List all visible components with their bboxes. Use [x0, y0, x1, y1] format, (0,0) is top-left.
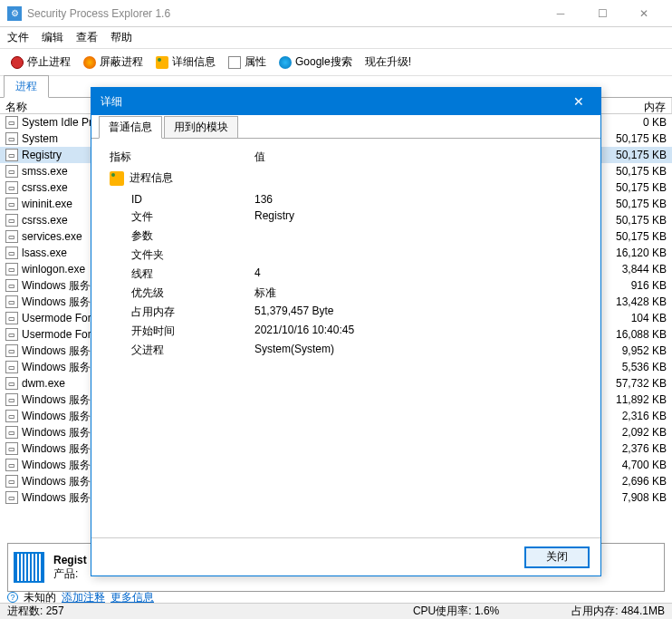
detail-row: 参数: [110, 227, 582, 246]
row-icon: ▭: [5, 132, 18, 145]
minimize-button[interactable]: ─: [540, 0, 581, 27]
row-icon: ▭: [5, 116, 18, 129]
detail-key: 开始时间: [131, 324, 254, 339]
dialog-titlebar[interactable]: 详细 ✕: [91, 88, 600, 115]
ie-icon: [279, 56, 292, 69]
row-memory: 4,700 KB: [622, 459, 667, 471]
detail-key: 优先级: [131, 285, 254, 301]
detail-value: 标准: [254, 285, 276, 301]
block-icon: [83, 56, 96, 69]
row-memory: 2,376 KB: [622, 442, 667, 455]
section-icon: [110, 171, 124, 186]
row-memory: 50,175 KB: [616, 181, 667, 194]
statusbar: 进程数: 257 CPU使用率: 1.6% 占用内存: 484.1MB: [0, 603, 672, 619]
detail-value: 51,379,457 Byte: [254, 305, 333, 320]
dialog-close-button[interactable]: ✕: [566, 89, 591, 114]
row-icon: ▭: [5, 263, 18, 276]
block-process-button[interactable]: 屏蔽进程: [80, 53, 147, 72]
close-button[interactable]: ✕: [623, 0, 665, 27]
row-icon: ▭: [5, 214, 18, 227]
app-title: Security Process Explorer 1.6: [27, 7, 540, 20]
properties-button[interactable]: 属性: [225, 53, 270, 72]
detail-row: 占用内存51,379,457 Byte: [110, 303, 582, 322]
row-icon: ▭: [5, 442, 18, 455]
row-memory: 2,696 KB: [622, 475, 667, 488]
detail-button[interactable]: 详细信息: [152, 53, 219, 72]
row-icon: ▭: [5, 295, 18, 308]
detail-key: ID: [131, 193, 254, 206]
row-memory: 50,175 KB: [616, 165, 667, 178]
menu-view[interactable]: 查看: [76, 30, 98, 45]
row-icon: ▭: [5, 181, 18, 194]
detail-key: 参数: [131, 228, 254, 244]
row-icon: ▭: [5, 328, 18, 341]
row-memory: 104 KB: [631, 312, 667, 324]
detail-key: 文件夹: [131, 247, 254, 263]
row-memory: 916 KB: [631, 279, 667, 292]
row-icon: ▭: [5, 361, 18, 373]
row-memory: 50,175 KB: [616, 198, 667, 210]
status-process-count: 进程数: 257: [7, 604, 64, 619]
detail-value: Registry: [254, 209, 294, 225]
row-icon: ▭: [5, 247, 18, 259]
row-memory: 57,732 KB: [616, 377, 667, 390]
row-memory: 2,316 KB: [622, 410, 667, 422]
dialog-close-ok-button[interactable]: 关闭: [524, 546, 590, 568]
detail-value: System(System): [254, 343, 334, 358]
detail-key: 父进程: [131, 343, 254, 358]
row-icon: ▭: [5, 230, 18, 243]
tab-general[interactable]: 普通信息: [99, 116, 162, 139]
detail-dialog: 详细 ✕ 普通信息 用到的模块 指标 值 进程信息 ID136文件Registr…: [91, 87, 601, 576]
header-value: 值: [254, 150, 265, 165]
row-icon: ▭: [5, 377, 18, 390]
status-memory: 占用内存: 484.1MB: [571, 604, 665, 619]
bug-icon: [156, 56, 168, 69]
detail-row: 线程4: [110, 265, 582, 284]
row-icon: ▭: [5, 165, 18, 178]
toolbar: 停止进程 屏蔽进程 详细信息 属性 Google搜索 现在升级!: [0, 49, 672, 76]
row-icon: ▭: [5, 198, 18, 210]
doc-icon: [228, 56, 241, 69]
header-key: 指标: [110, 150, 254, 165]
detail-value: 4: [254, 266, 261, 282]
row-memory: 5,536 KB: [622, 361, 667, 373]
row-icon: ▭: [5, 459, 18, 471]
detail-title: Regist: [53, 554, 87, 566]
row-icon: ▭: [5, 344, 18, 357]
app-icon: ⚙: [7, 6, 22, 21]
titlebar: ⚙ Security Process Explorer 1.6 ─ ☐ ✕: [0, 0, 672, 27]
detail-row: ID136: [110, 191, 582, 208]
dialog-body: 指标 值 进程信息 ID136文件Registry参数文件夹线程4优先级标准占用…: [91, 139, 600, 537]
menu-file[interactable]: 文件: [7, 30, 29, 45]
stop-process-button[interactable]: 停止进程: [7, 53, 74, 72]
row-icon: ▭: [5, 491, 18, 504]
detail-value: 2021/10/16 10:40:45: [254, 324, 354, 339]
tab-process[interactable]: 进程: [4, 75, 49, 98]
stop-icon: [11, 56, 24, 69]
row-memory: 50,175 KB: [616, 214, 667, 227]
row-memory: 0 KB: [643, 116, 667, 129]
row-memory: 50,175 KB: [616, 230, 667, 243]
detail-product-label: 产品:: [53, 567, 78, 580]
help-icon: ?: [7, 592, 18, 603]
row-memory: 13,428 KB: [616, 295, 667, 308]
row-memory: 11,892 KB: [616, 393, 667, 406]
row-memory: 7,908 KB: [622, 491, 667, 504]
tab-modules[interactable]: 用到的模块: [164, 116, 238, 138]
detail-row: 开始时间2021/10/16 10:40:45: [110, 322, 582, 341]
menu-help[interactable]: 帮助: [110, 30, 132, 45]
detail-key: 文件: [131, 209, 254, 225]
row-memory: 50,175 KB: [616, 132, 667, 145]
row-memory: 9,952 KB: [622, 344, 667, 357]
row-icon: ▭: [5, 410, 18, 422]
row-memory: 50,175 KB: [616, 149, 667, 161]
detail-row: 优先级标准: [110, 284, 582, 303]
menu-edit[interactable]: 编辑: [42, 30, 63, 45]
google-search-button[interactable]: Google搜索: [275, 53, 356, 72]
upgrade-button[interactable]: 现在升级!: [361, 53, 415, 72]
row-icon: ▭: [5, 393, 18, 406]
maximize-button[interactable]: ☐: [581, 0, 623, 27]
detail-key: 占用内存: [131, 305, 254, 320]
detail-row: 文件夹: [110, 246, 582, 265]
row-memory: 16,120 KB: [616, 247, 667, 259]
